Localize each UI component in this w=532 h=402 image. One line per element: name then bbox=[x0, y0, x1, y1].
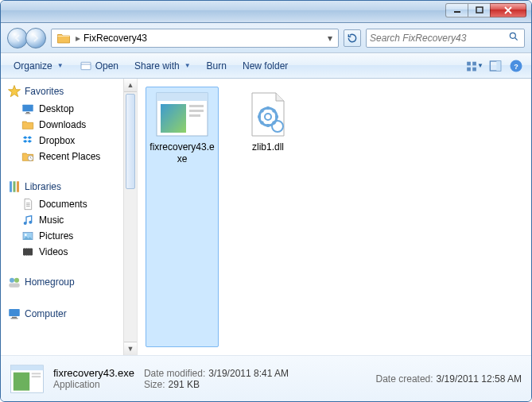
refresh-button[interactable] bbox=[344, 29, 361, 47]
svg-rect-4 bbox=[467, 61, 471, 65]
svg-rect-41 bbox=[11, 365, 44, 369]
details-pane: fixrecovery43.exe Application Date modif… bbox=[1, 355, 531, 401]
scroll-thumb[interactable] bbox=[126, 94, 135, 189]
sidebar-item-videos[interactable]: Videos bbox=[7, 244, 137, 260]
svg-rect-31 bbox=[157, 93, 208, 101]
preview-pane-button[interactable] bbox=[487, 57, 504, 75]
homegroup-icon bbox=[7, 275, 21, 289]
minimize-button[interactable] bbox=[445, 3, 468, 17]
svg-rect-9 bbox=[496, 61, 500, 71]
help-button[interactable]: ? bbox=[507, 57, 525, 75]
svg-rect-44 bbox=[32, 376, 41, 377]
downloads-icon bbox=[21, 118, 34, 131]
toolbar: Organize▼ Open Share with▼ Burn New fold… bbox=[1, 53, 531, 79]
dropbox-icon bbox=[21, 134, 34, 147]
svg-rect-13 bbox=[26, 112, 29, 113]
scroll-up-button[interactable]: ▲ bbox=[124, 79, 137, 92]
search-input[interactable] bbox=[370, 33, 508, 44]
svg-rect-36 bbox=[189, 114, 200, 117]
recent-icon bbox=[21, 150, 34, 163]
file-item[interactable]: zlib1.dll bbox=[231, 87, 305, 347]
navpane-scrollbar[interactable]: ▲ ▼ bbox=[123, 79, 137, 355]
svg-rect-17 bbox=[14, 181, 16, 192]
svg-rect-5 bbox=[472, 61, 476, 65]
documents-icon bbox=[21, 198, 34, 211]
libraries-group[interactable]: Libraries bbox=[7, 177, 137, 196]
sidebar-item-downloads[interactable]: Downloads bbox=[7, 117, 137, 133]
svg-point-22 bbox=[25, 234, 27, 236]
star-icon bbox=[7, 84, 21, 99]
maximize-button[interactable] bbox=[468, 3, 491, 17]
open-icon bbox=[80, 60, 92, 72]
forward-button[interactable] bbox=[25, 28, 46, 48]
body: Favorites Desktop Downloads Dropbox bbox=[1, 79, 531, 355]
svg-rect-43 bbox=[32, 373, 41, 374]
libraries-icon bbox=[7, 180, 21, 194]
details-thumbnail bbox=[10, 362, 44, 396]
svg-rect-6 bbox=[467, 67, 471, 71]
address-text: FixRecovery43 bbox=[82, 33, 324, 44]
share-button[interactable]: Share with▼ bbox=[128, 58, 197, 74]
address-bar[interactable]: ▸ FixRecovery43 ▾ bbox=[51, 29, 339, 48]
svg-rect-12 bbox=[22, 105, 33, 112]
navigation-bar: ▸ FixRecovery43 ▾ bbox=[1, 23, 531, 53]
computer-group[interactable]: Computer bbox=[7, 304, 137, 323]
svg-point-20 bbox=[29, 221, 32, 224]
svg-rect-1 bbox=[476, 7, 483, 13]
sidebar-item-dropbox[interactable]: Dropbox bbox=[7, 133, 137, 149]
scroll-down-button[interactable]: ▼ bbox=[124, 342, 137, 355]
svg-point-38 bbox=[265, 114, 271, 120]
svg-point-2 bbox=[510, 33, 515, 38]
svg-point-19 bbox=[24, 222, 27, 225]
svg-rect-35 bbox=[189, 110, 204, 112]
open-button[interactable]: Open bbox=[73, 57, 125, 75]
sidebar-item-pictures[interactable]: Pictures bbox=[7, 228, 137, 244]
svg-rect-16 bbox=[10, 181, 12, 192]
burn-button[interactable]: Burn bbox=[200, 58, 233, 74]
sidebar-item-desktop[interactable]: Desktop bbox=[7, 101, 137, 117]
navigation-pane: Favorites Desktop Downloads Dropbox bbox=[1, 79, 138, 355]
new-folder-button[interactable]: New folder bbox=[236, 58, 294, 74]
details-filename: fixrecovery43.exe bbox=[53, 367, 134, 379]
file-item[interactable]: fixrecovery43.exe bbox=[146, 87, 219, 347]
svg-rect-23 bbox=[23, 248, 33, 255]
sidebar-item-documents[interactable]: Documents bbox=[7, 196, 137, 212]
titlebar bbox=[1, 1, 531, 23]
address-dropdown[interactable]: ▾ bbox=[324, 33, 336, 44]
search-box[interactable] bbox=[366, 29, 525, 48]
homegroup-group[interactable]: Homegroup bbox=[7, 273, 137, 292]
explorer-window: ▸ FixRecovery43 ▾ Organize▼ Open Share w… bbox=[0, 0, 532, 402]
svg-rect-33 bbox=[161, 104, 186, 133]
music-icon bbox=[21, 214, 34, 226]
svg-rect-29 bbox=[11, 318, 18, 319]
svg-rect-27 bbox=[9, 309, 20, 316]
svg-rect-28 bbox=[12, 317, 17, 319]
details-filetype: Application bbox=[53, 379, 134, 390]
svg-rect-42 bbox=[14, 372, 29, 390]
videos-icon bbox=[21, 245, 34, 258]
search-icon[interactable] bbox=[508, 31, 521, 44]
pictures-icon bbox=[21, 230, 34, 242]
favorites-group[interactable]: Favorites bbox=[7, 82, 137, 101]
svg-text:?: ? bbox=[514, 62, 518, 70]
svg-rect-7 bbox=[472, 67, 476, 71]
file-name: fixrecovery43.exe bbox=[149, 141, 216, 165]
svg-rect-14 bbox=[25, 113, 31, 114]
folder-icon bbox=[56, 31, 71, 45]
svg-rect-34 bbox=[189, 105, 204, 107]
file-name: zlib1.dll bbox=[252, 141, 284, 153]
organize-button[interactable]: Organize▼ bbox=[7, 58, 70, 74]
svg-rect-3 bbox=[81, 62, 91, 69]
exe-icon bbox=[153, 90, 211, 139]
computer-icon bbox=[7, 307, 21, 321]
desktop-icon bbox=[21, 102, 34, 115]
close-button[interactable] bbox=[490, 3, 526, 17]
sidebar-item-music[interactable]: Music bbox=[7, 212, 137, 228]
sidebar-item-recent[interactable]: Recent Places bbox=[7, 149, 137, 164]
svg-rect-0 bbox=[454, 11, 460, 13]
chevron-right-icon[interactable]: ▸ bbox=[74, 33, 82, 44]
view-options-button[interactable]: ▼ bbox=[466, 57, 483, 75]
svg-rect-26 bbox=[9, 284, 20, 288]
svg-point-24 bbox=[10, 278, 14, 283]
file-list[interactable]: fixrecovery43.exe zlib1.dll bbox=[138, 79, 531, 355]
